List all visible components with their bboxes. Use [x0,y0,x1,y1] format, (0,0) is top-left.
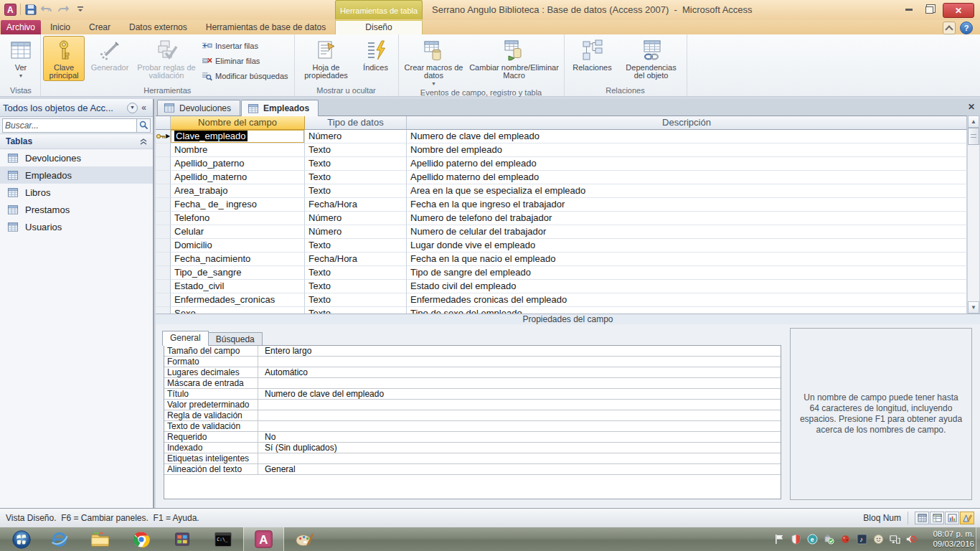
description-cell[interactable]: Apellido paterno del empleado [407,157,967,171]
row-selector[interactable] [156,239,171,253]
description-cell[interactable]: Estado civil del empleado [407,280,967,293]
row-selector[interactable] [156,143,171,157]
taskbar-app-chrome[interactable] [121,527,161,551]
tray-usb-device[interactable] [823,534,834,545]
taskbar-clock[interactable]: 08:07 p. m. 09/03/2016 [920,529,974,549]
row-selector[interactable] [156,198,171,212]
clave-principal-button[interactable]: Clave principal [43,36,85,81]
description-cell[interactable]: Numero de celular del trabajador [407,225,967,239]
field-name-cell[interactable]: Telefono [171,212,305,225]
sidebar-item-usuarios[interactable]: Usuarios [0,218,153,235]
save-button[interactable] [24,3,38,17]
ribbon-tab-inicio[interactable]: Inicio [41,20,80,34]
property-value[interactable]: Numero de clave del empleado [258,389,781,400]
access-logo-button[interactable]: A [3,3,17,17]
field-name-cell[interactable]: Enfermedades_cronicas [171,293,305,307]
tray-volume-muted[interactable] [905,534,917,545]
data-type-cell[interactable]: Texto [305,143,407,157]
tab-diseno[interactable]: Diseño [335,20,423,34]
field-name-cell[interactable]: Apellido_paterno [171,157,305,171]
data-type-cell[interactable]: Fecha/Hora [305,253,407,266]
field-name-cell[interactable]: Fecha_ de_ ingreso [171,198,305,212]
row-selector[interactable]: ▶ [156,130,171,143]
document-tab-empleados[interactable]: Empleados [241,100,319,116]
description-cell[interactable]: Tipo de sangre del empleado [407,266,967,280]
data-type-cell[interactable]: Texto [305,239,407,253]
field-name-cell[interactable]: Apellido_materno [171,171,305,184]
description-cell[interactable]: Numero de telefono del trabajador [407,212,967,225]
property-value[interactable] [258,357,781,367]
search-button[interactable] [136,118,151,133]
tray-itunes[interactable]: ♪ [856,534,867,545]
navigation-menu-dropdown[interactable]: ▼ [127,103,138,113]
property-value[interactable] [258,410,781,421]
design-view-button[interactable] [960,512,974,524]
taskbar-app-internet-explorer[interactable] [39,527,80,551]
search-input[interactable] [2,118,136,133]
datasheet-view-button[interactable] [915,512,929,524]
field-name-cell[interactable]: Domicilio [171,239,305,253]
close-document-icon[interactable]: ✕ [966,102,976,112]
property-value[interactable] [258,421,781,432]
description-cell[interactable]: Fecha en la que nacio el empleado [407,253,967,266]
generador-button[interactable]: Generador [85,36,135,73]
tray-antivirus-shield[interactable] [790,534,801,545]
file-tab[interactable]: Archivo [1,20,41,34]
row-selector[interactable] [156,253,171,266]
data-type-cell[interactable]: Texto [305,171,407,184]
nav-section-tablas[interactable]: Tablas [0,134,153,149]
row-selector[interactable] [156,184,171,198]
data-type-cell[interactable]: Número [305,130,407,143]
scroll-down-button[interactable]: ▼ [968,301,979,314]
tray-network[interactable] [889,534,900,545]
insertar-filas-button[interactable]: Insertar filas [198,38,292,53]
sidebar-item-empleados[interactable]: Empleados [0,166,153,184]
property-value[interactable] [258,378,781,389]
property-tab-bsqueda[interactable]: Búsqueda [208,332,263,346]
property-value[interactable]: Automático [258,367,781,378]
data-type-cell[interactable]: Texto [305,280,407,293]
ribbon-tab-datos-externos[interactable]: Datos externos [120,20,197,34]
field-name-cell[interactable]: Tipo_de_sangre [171,266,305,280]
description-cell[interactable]: Area en la que se especializa el emplead… [407,184,967,198]
grid-column-header[interactable]: Descripción [407,116,967,130]
pivottable-view-button[interactable] [930,512,944,524]
row-selector[interactable] [156,280,171,293]
ribbon-tab-herramientas-de-base-de-datos[interactable]: Herramientas de base de datos [197,20,335,34]
sidebar-item-prestamos[interactable]: Prestamos [0,201,153,218]
restore-button[interactable] [919,3,940,17]
tray-eset[interactable]: e [806,534,818,545]
property-value[interactable] [258,400,781,410]
data-type-cell[interactable]: Número [305,225,407,239]
taskbar-app-file-explorer[interactable] [80,527,121,551]
dependencias-del-objeto-button[interactable]: Dependencias del objeto [618,36,684,81]
navigation-pane-header[interactable]: Todos los objetos de Acc... ▼ « [0,99,153,117]
ribbon-tab-crear[interactable]: Crear [80,20,120,34]
tray-action-center-flag[interactable] [773,534,785,545]
grid-column-header[interactable]: Tipo de datos [305,116,407,130]
field-name-cell[interactable]: Clave_empleado [171,130,305,143]
modificar-búsquedas-button[interactable]: Modificar búsquedas [198,68,292,83]
relaciones-button[interactable]: Relaciones [567,36,618,73]
probar-reglas-de-validación-button[interactable]: Probar reglas de validación [135,36,198,81]
description-cell[interactable]: Nombre del empleado [407,143,967,157]
sidebar-item-libros[interactable]: Libros [0,184,153,201]
row-selector[interactable] [156,266,171,280]
sidebar-item-devoluciones[interactable]: Devoluciones [0,149,153,166]
description-cell[interactable]: Apellido materno del empleado [407,171,967,184]
row-selector[interactable] [156,157,171,171]
data-type-cell[interactable]: Texto [305,157,407,171]
data-type-cell[interactable]: Texto [305,184,407,198]
scroll-up-button[interactable]: ▲ [968,116,979,128]
document-tab-devoluciones[interactable]: Devoluciones [157,100,240,116]
customize-quick-access-button[interactable] [73,3,88,17]
cambiar-nombre-eliminar-macro-button[interactable]: Cambiar nombre/Eliminar Macro [467,36,562,81]
data-type-cell[interactable]: Texto [305,293,407,307]
field-name-cell[interactable]: Area_trabajo [171,184,305,198]
show-desktop-button[interactable] [976,527,980,551]
description-cell[interactable]: Numero de clave del empleado [407,130,967,143]
taskbar-app-access[interactable]: A [243,527,284,551]
description-cell[interactable]: Fecha en la que ingreso el trabajador [407,198,967,212]
start-button[interactable] [4,527,39,551]
crear-macros-de-datos-button[interactable]: Crear macros de datos▼ [401,36,467,88]
